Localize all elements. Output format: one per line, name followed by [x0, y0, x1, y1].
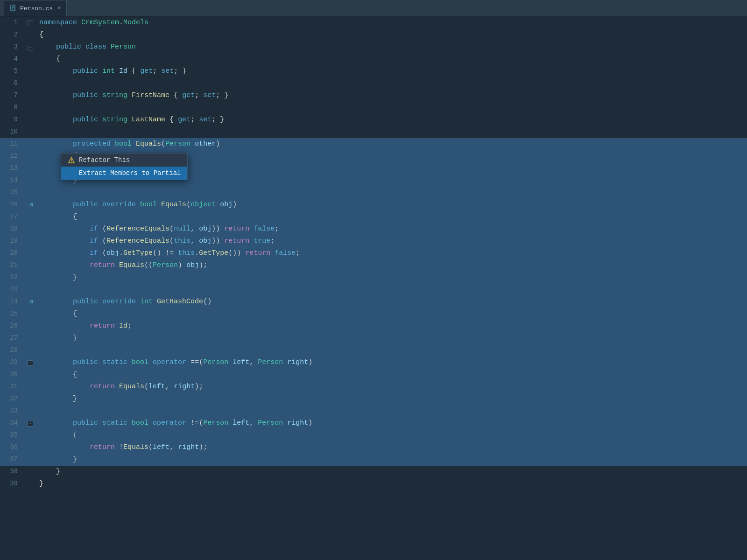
line-content: [37, 405, 747, 417]
line-number: 5: [0, 67, 23, 75]
code-line: 7 public string FirstName { get; set; }: [0, 90, 747, 102]
warning-icon: [68, 156, 75, 164]
fold-icon[interactable]: −: [28, 421, 33, 427]
line-number: 31: [0, 383, 23, 390]
code-line: 30 {: [0, 369, 747, 381]
line-number: 27: [0, 334, 23, 342]
line-content: protected bool Equals(Person other): [37, 138, 747, 150]
refactor-this-label: Refactor This: [79, 156, 130, 164]
line-content: public string FirstName { get; set; }: [37, 90, 747, 102]
fold-icon[interactable]: −: [28, 21, 33, 26]
code-line: 8: [0, 102, 747, 114]
line-content: [37, 126, 747, 138]
line-number: 33: [0, 407, 23, 414]
line-number: 2: [0, 31, 23, 38]
fold-icon[interactable]: −: [28, 360, 33, 366]
line-content: }: [37, 454, 747, 466]
code-line: 2{: [0, 29, 747, 41]
code-line: 33: [0, 405, 747, 417]
line-number: 7: [0, 91, 23, 99]
line-number: 15: [0, 189, 23, 196]
code-line: 18 if (ReferenceEquals(null, obj)) retur…: [0, 223, 747, 235]
line-content: return Id;: [37, 320, 747, 332]
tab-close-button[interactable]: ×: [57, 5, 61, 12]
line-number: 1: [0, 19, 23, 26]
code-line: 17 {: [0, 211, 747, 223]
code-line: 3− public class Person: [0, 41, 747, 53]
line-number: 11: [0, 140, 23, 147]
code-line: 26 return Id;: [0, 320, 747, 332]
code-line: 19 if (ReferenceEquals(this, obj)) retur…: [0, 235, 747, 247]
code-line: 4 {: [0, 53, 747, 65]
line-number: 3: [0, 43, 23, 50]
code-line: 9 public string LastName { get; set; }: [0, 114, 747, 126]
code-line: 34− public static bool operator !=(Perso…: [0, 417, 747, 429]
line-number: 23: [0, 286, 23, 293]
code-line: 21 return Equals((Person) obj);: [0, 259, 747, 272]
extract-members-menu-item[interactable]: Extract Members to Partial: [61, 167, 187, 180]
up-arrow-icon[interactable]: ↑0: [28, 202, 33, 208]
line-number: 22: [0, 273, 23, 281]
code-line: 25 {: [0, 308, 747, 320]
line-number: 24: [0, 298, 23, 305]
line-number: 13: [0, 164, 23, 172]
line-content: }: [37, 272, 747, 284]
line-number: 8: [0, 104, 23, 111]
code-line: 32 }: [0, 393, 747, 405]
fold-icon[interactable]: −: [28, 45, 33, 50]
extract-members-label: Extract Members to Partial: [79, 169, 181, 177]
code-view[interactable]: 1−namespace CrmSystem.Models2{3− public …: [0, 17, 747, 560]
code-line: 6: [0, 77, 747, 90]
line-content: public int Id { get; set; }: [37, 65, 747, 77]
line-gutter: ↑0: [23, 299, 37, 305]
line-gutter: −: [23, 360, 37, 366]
code-line: 23: [0, 284, 747, 296]
line-number: 36: [0, 443, 23, 451]
code-line: 39}: [0, 478, 747, 490]
refactor-this-menu-item[interactable]: Refactor This: [61, 154, 187, 167]
line-content: [37, 344, 747, 357]
line-content: }: [37, 332, 747, 344]
line-content: public static bool operator ==(Person le…: [37, 357, 747, 369]
line-number: 16: [0, 201, 23, 208]
code-line: 11 protected bool Equals(Person other): [0, 138, 747, 150]
line-number: 30: [0, 371, 23, 378]
line-number: 26: [0, 322, 23, 329]
line-content: }: [37, 393, 747, 405]
line-number: 20: [0, 249, 23, 257]
line-number: 35: [0, 431, 23, 439]
line-content: if (obj.GetType() != this.GetType()) ret…: [37, 247, 747, 259]
code-line: 10: [0, 126, 747, 138]
line-content: }: [37, 478, 747, 490]
line-gutter: −: [23, 421, 37, 427]
line-content: if (ReferenceEquals(this, obj)) return t…: [37, 235, 747, 247]
line-number: 18: [0, 225, 23, 232]
code-line: 37 }: [0, 454, 747, 466]
line-content: [37, 284, 747, 296]
line-number: 38: [0, 468, 23, 475]
line-content: public override int GetHashCode(): [37, 296, 747, 308]
line-content: return Equals(left, right);: [37, 381, 747, 393]
line-content: [37, 187, 747, 199]
line-content: return Equals((Person) obj);: [37, 259, 747, 272]
line-number: 10: [0, 128, 23, 135]
line-content: public string LastName { get; set; }: [37, 114, 747, 126]
extract-icon: [68, 169, 75, 177]
line-number: 28: [0, 346, 23, 354]
tab-label: Person.cs: [20, 5, 53, 12]
line-content: return !Equals(left, right);: [37, 441, 747, 454]
up-arrow-icon[interactable]: ↑0: [28, 299, 33, 305]
line-number: 14: [0, 176, 23, 184]
line-content: if (ReferenceEquals(null, obj)) return f…: [37, 223, 747, 235]
line-number: 9: [0, 116, 23, 123]
file-tab[interactable]: Person.cs ×: [4, 0, 67, 16]
line-content: [37, 77, 747, 90]
line-number: 6: [0, 79, 23, 87]
context-menu: Refactor This Extract Members to Partial: [61, 153, 188, 180]
code-line: 16↑0 public override bool Equals(object …: [0, 199, 747, 211]
code-line: 27 }: [0, 332, 747, 344]
line-content: {: [37, 308, 747, 320]
line-gutter: −: [23, 21, 37, 26]
line-content: }: [37, 466, 747, 478]
line-content: {: [37, 53, 747, 65]
